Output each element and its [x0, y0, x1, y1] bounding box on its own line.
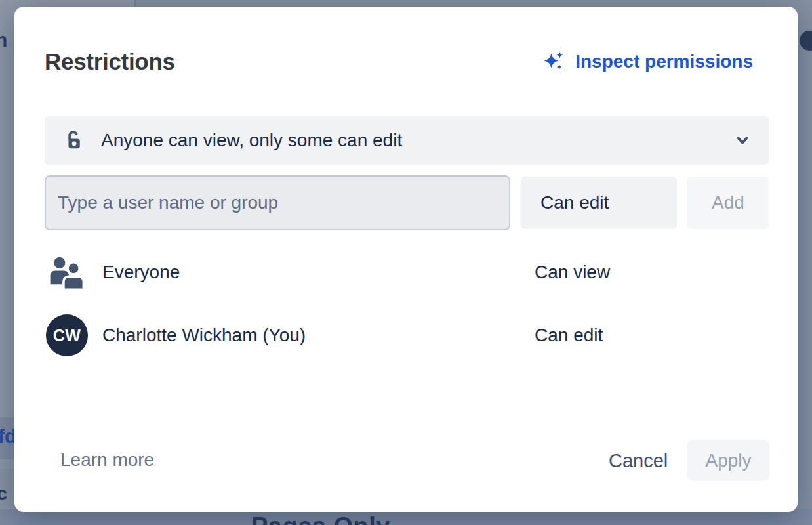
unlock-icon [62, 129, 84, 152]
chevron-down-icon [733, 131, 752, 150]
user-search-input[interactable] [45, 175, 510, 230]
learn-more-link[interactable]: Learn more [60, 451, 154, 469]
visibility-dropdown[interactable]: Anyone can view, only some can edit [45, 116, 769, 165]
apply-button[interactable]: Apply [687, 440, 769, 481]
avatar: CW [46, 314, 88, 356]
cancel-button[interactable]: Cancel [592, 441, 685, 480]
background-clipped-heading: Pages Only [251, 513, 390, 525]
people-icon [46, 253, 89, 291]
restrictions-dialog: Restrictions Inspect permissions Anyone … [14, 7, 798, 512]
background-clipped-text: c [0, 483, 7, 505]
background-avatar-peek [800, 31, 812, 51]
sparkles-icon [542, 50, 566, 74]
inspect-permissions-label: Inspect permissions [575, 52, 753, 71]
inspect-permissions-link[interactable]: Inspect permissions [542, 50, 753, 74]
restriction-entry-user: CW Charlotte Wickham (You) Can edit [14, 312, 798, 358]
entry-name: Charlotte Wickham (You) [102, 325, 306, 346]
entry-name: Everyone [102, 262, 180, 283]
permission-select-button[interactable]: Can edit [521, 177, 677, 229]
background-clipped-text: n [0, 29, 7, 51]
add-button[interactable]: Add [687, 177, 769, 229]
entry-permission-dropdown[interactable]: Can view [535, 262, 610, 283]
entry-permission-dropdown[interactable]: Can edit [535, 325, 603, 346]
dialog-title: Restrictions [45, 50, 175, 73]
restriction-entry-everyone: Everyone Can view [14, 249, 798, 295]
visibility-dropdown-value: Anyone can view, only some can edit [101, 130, 402, 151]
